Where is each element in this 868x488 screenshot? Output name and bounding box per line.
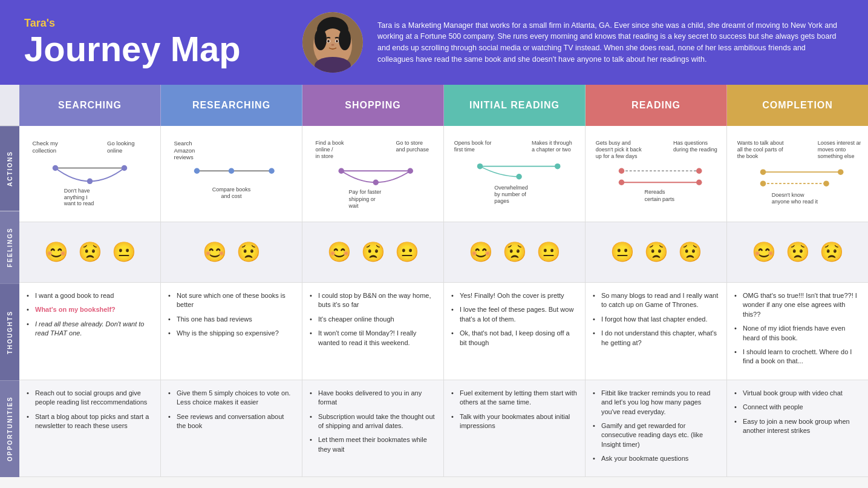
svg-text:Search: Search: [174, 140, 192, 147]
thoughts-initial-reading: Yes! Finally! Ooh the cover is pretty I …: [444, 283, 586, 380]
svg-text:Gets busy and: Gets busy and: [596, 140, 631, 146]
svg-text:Compare books: Compare books: [212, 186, 251, 193]
emoji-happy: 😊: [469, 239, 493, 266]
svg-text:Doesn't know: Doesn't know: [772, 192, 804, 198]
svg-text:Rereads: Rereads: [645, 189, 666, 195]
list-item: Gamify and get rewarded for consecutive …: [593, 421, 719, 449]
actions-row: Check my collection Go looking online Do…: [19, 126, 868, 222]
svg-text:Looses interest and: Looses interest and: [818, 140, 861, 146]
svg-text:and cost: and cost: [221, 193, 242, 199]
label-opportunities: OPPORTUNITIES: [0, 380, 19, 477]
list-item: What's on my bookshelf?: [27, 305, 153, 314]
svg-text:Overwhelmed: Overwhelmed: [494, 185, 528, 191]
header: Tara's Journey Map: [0, 0, 868, 85]
opp-initial-reading-list: Fuel exitement by letting them start wit…: [451, 389, 578, 431]
opp-reading-list: Fitbit like tracker reminds you to read …: [593, 389, 719, 464]
svg-text:Opens book for: Opens book for: [454, 140, 492, 146]
list-item: See reviews and conversation about the b…: [168, 412, 295, 431]
list-item: Subscription would take the thought out …: [310, 412, 436, 431]
svg-text:online /: online /: [316, 147, 334, 153]
opp-shopping-list: Have books delivered to you in any forma…: [310, 389, 436, 454]
emoji-sad2: 😟: [820, 239, 844, 266]
actions-completion: Wants to talk about all the cool parts o…: [727, 126, 868, 222]
opp-researching-list: Give them 5 simply choices to vote on. L…: [168, 389, 295, 431]
emoji-sad: 😟: [361, 239, 385, 266]
list-item: I could stop by B&N on the way home, but…: [310, 291, 436, 310]
thoughts-initial-reading-list: Yes! Finally! Ooh the cover is pretty I …: [451, 291, 578, 348]
svg-text:all the cool parts of: all the cool parts of: [737, 147, 783, 153]
list-item: Easy to join a new book group when anoth…: [734, 417, 861, 436]
opp-completion: Virtual book group with video chat Conne…: [727, 380, 868, 477]
header-title: Journey Map: [24, 30, 302, 68]
opp-researching: Give them 5 simply choices to vote on. L…: [161, 380, 302, 477]
list-item: Fuel exitement by letting them start wit…: [451, 389, 578, 407]
opp-searching: Reach out to social groups and give peop…: [19, 380, 161, 477]
svg-text:during the reading: during the reading: [673, 147, 717, 153]
opp-searching-list: Reach out to social groups and give peop…: [27, 389, 153, 431]
list-item: Not sure which one of these books is bet…: [168, 291, 295, 310]
emoji-happy: 😊: [327, 239, 351, 266]
svg-text:anyone who read it: anyone who read it: [772, 199, 818, 205]
opp-shopping: Have books delivered to you in any forma…: [302, 380, 444, 477]
feelings-shopping: 😊 😟 😐: [302, 222, 444, 282]
svg-point-62: [619, 168, 625, 174]
svg-point-79: [760, 180, 766, 186]
list-item: So many blogs to read and I really want …: [593, 291, 719, 310]
list-item: I love the feel of these pages. But wow …: [451, 305, 578, 324]
emoji-happy: 😊: [203, 239, 227, 266]
svg-point-7: [339, 28, 351, 50]
svg-text:in store: in store: [316, 153, 334, 159]
feelings-reading: 😐 😟 😟: [586, 222, 727, 282]
initial-reading-action-diagram: Opens book for first time Makes it throu…: [451, 134, 578, 213]
svg-point-12: [331, 44, 334, 46]
svg-text:something else: something else: [818, 153, 855, 159]
label-feelings: FEELINGS: [0, 211, 19, 283]
thoughts-researching: Not sure which one of these books is bet…: [161, 283, 302, 380]
svg-text:Don't have: Don't have: [64, 188, 90, 194]
actions-researching: Search Amazon reviews Compare books and …: [161, 126, 302, 222]
svg-text:by number of: by number of: [494, 191, 526, 197]
header-description: Tara is a Marketing Manager that works f…: [377, 20, 844, 65]
thoughts-row: I want a good book to read What's on my …: [19, 283, 868, 380]
list-item: Connect with people: [734, 403, 861, 412]
emoji-sad: 😟: [644, 239, 668, 266]
thoughts-researching-list: Not sure which one of these books is bet…: [168, 291, 295, 338]
list-item: Fitbit like tracker reminds you to read …: [593, 389, 719, 417]
avatar: [302, 12, 363, 73]
svg-text:the book: the book: [737, 153, 759, 159]
grid-area: SEARCHING RESEARCHING SHOPPING INITIAL R…: [19, 85, 868, 477]
label-actions: ACTIONS: [0, 126, 19, 211]
feelings-searching: 😊 😟 😐: [19, 222, 161, 282]
svg-text:Pay for faster: Pay for faster: [349, 189, 382, 195]
svg-text:doesn't pick it back: doesn't pick it back: [596, 147, 642, 153]
list-item: Reach out to social groups and give peop…: [27, 389, 153, 407]
svg-text:Makes it through: Makes it through: [532, 140, 572, 146]
thoughts-reading: So many blogs to read and I really want …: [586, 283, 727, 380]
svg-text:pages: pages: [494, 198, 509, 204]
reading-action-diagram: Gets busy and doesn't pick it back up fo…: [593, 134, 719, 213]
thoughts-shopping: I could stop by B&N on the way home, but…: [302, 283, 444, 380]
label-thoughts: THOUGHTS: [0, 283, 19, 380]
svg-text:Go to store: Go to store: [396, 140, 423, 146]
svg-text:Wants to talk about: Wants to talk about: [737, 140, 784, 146]
svg-point-28: [194, 168, 200, 174]
opportunities-row: Reach out to social groups and give peop…: [19, 380, 868, 478]
list-item: None of my idiot friends have even heard…: [734, 324, 861, 343]
researching-action-diagram: Search Amazon reviews Compare books and …: [168, 134, 295, 213]
list-item: Virtual book group with video chat: [734, 389, 861, 398]
header-title-area: Tara's Journey Map: [24, 17, 302, 68]
col-header-reading: READING: [586, 85, 727, 126]
col-header-searching: SEARCHING: [19, 85, 161, 126]
svg-text:Find a book: Find a book: [316, 140, 345, 146]
list-item: Talk with your bookmates about initial i…: [451, 412, 578, 431]
svg-text:and purchase: and purchase: [396, 147, 429, 153]
list-item: Ok, that's not bad, I keep dosing off a …: [451, 329, 578, 348]
actions-searching: Check my collection Go looking online Do…: [19, 126, 161, 222]
list-item: Start a blog about top picks and start a…: [27, 412, 153, 431]
svg-text:wait: wait: [348, 203, 359, 209]
feelings-row: 😊 😟 😐 😊 😟 😊 😟 😐 😊 😟 😐: [19, 222, 868, 283]
actions-reading: Gets busy and doesn't pick it back up fo…: [586, 126, 727, 222]
thoughts-shopping-list: I could stop by B&N on the way home, but…: [310, 291, 436, 348]
list-item: This one has bad reviews: [168, 315, 295, 324]
svg-point-6: [315, 28, 327, 50]
